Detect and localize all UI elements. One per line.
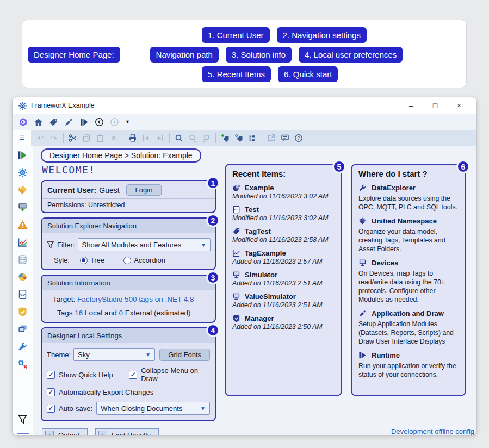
scripts-icon[interactable]: <> — [17, 289, 28, 300]
tree-view-icon[interactable] — [248, 134, 257, 142]
historian-icon[interactable] — [17, 237, 28, 247]
doc-next-icon[interactable] — [142, 134, 151, 142]
menubar: ▼ — [13, 114, 476, 130]
sidebar-resize-handle[interactable] — [17, 433, 29, 434]
quick-start-link[interactable]: DataExplorer — [358, 184, 459, 192]
recent-item[interactable]: TagTest Modified on 11/16/2023 2:58 AM — [232, 227, 335, 244]
paste-icon[interactable] — [96, 134, 104, 142]
solution-info-title: Solution Information — [42, 276, 215, 290]
tag-settings-icon[interactable] — [234, 134, 243, 142]
login-button[interactable]: Login — [126, 184, 162, 196]
search-icon[interactable] — [175, 134, 183, 142]
callout-5: 5 — [332, 160, 346, 173]
autosave-select[interactable]: When Closing Documents ▼ — [96, 402, 210, 415]
tags-prefix: Tags — [57, 309, 73, 317]
recent-item[interactable]: Example Modified on 11/16/2023 3:02 AM — [232, 184, 335, 200]
expand-up-icon: ▲ — [98, 431, 107, 436]
security-icon[interactable] — [17, 307, 28, 317]
solution-explorer-title: Solution Explorer Navigation — [42, 219, 215, 233]
quick-start-section: Application and Draw Setup Application M… — [358, 309, 459, 346]
tab-find-results[interactable]: ▲ Find Results — [95, 428, 159, 436]
maximize-button[interactable]: □ — [423, 101, 447, 110]
cut-icon[interactable] — [69, 134, 77, 142]
section-text: On Devices, map Tags to read/write data … — [358, 270, 459, 304]
section-text: Explore data sources using the OPC, MQTT… — [358, 195, 459, 212]
minimize-button[interactable]: – — [399, 101, 423, 110]
app-gear-icon — [18, 101, 27, 110]
print-icon[interactable] — [128, 134, 137, 142]
quick-start-link[interactable]: Application and Draw — [358, 309, 459, 318]
comment-icon[interactable] — [281, 134, 289, 142]
tab-output[interactable]: ▲ Output — [42, 428, 88, 436]
show-quick-help-checkbox[interactable]: ✓ — [47, 371, 55, 379]
theme-select[interactable]: Sky ▼ — [73, 348, 155, 361]
copy-icon[interactable] — [82, 134, 91, 142]
draw-icon[interactable] — [64, 117, 73, 127]
autosave-row: ✓ Auto-save: When Closing Documents ▼ — [47, 402, 210, 415]
doc-prev-icon[interactable] — [156, 134, 164, 142]
datasets-icon[interactable] — [17, 254, 28, 265]
content-area: <> Designer Home Page > Solution: Exampl… — [13, 146, 476, 436]
recent-item[interactable]: ValueSimulator Added on 11/16/2023 2:51 … — [232, 293, 335, 309]
columns: Welcome! 1 Current User: Guest Login Per… — [41, 163, 470, 436]
filter-select[interactable]: Show All Modules and Features ▼ — [78, 238, 211, 251]
help-icon[interactable]: ? — [294, 134, 303, 142]
recent-item[interactable]: Manager Added on 11/16/2023 2:50 AM — [232, 314, 335, 331]
theme-row: Theme: Sky ▼ Grid Fonts — [47, 348, 210, 361]
devices-icon[interactable] — [17, 202, 28, 213]
auto-export-checkbox[interactable]: ✓ — [47, 388, 55, 396]
add-tag-icon[interactable] — [221, 134, 230, 142]
current-user-value: Guest — [99, 186, 119, 195]
delete-icon[interactable]: × — [109, 134, 118, 142]
solution-info-box: 3 Solution Information Target: FactorySt… — [41, 275, 216, 323]
home-icon[interactable] — [34, 117, 43, 127]
unified-namespace-icon[interactable] — [17, 185, 28, 195]
quick-start-link[interactable]: Runtime — [358, 351, 459, 359]
autosave-checkbox[interactable]: ✓ — [47, 405, 55, 413]
radio-tree[interactable] — [80, 257, 88, 264]
dropdown-caret-icon[interactable]: ▼ — [125, 119, 130, 125]
open-external-icon[interactable] — [267, 134, 276, 142]
search-next-icon[interactable] — [188, 134, 197, 142]
recent-item[interactable]: <>Test Modified on 11/16/2023 3:02 AM — [232, 206, 335, 222]
settings-gear-icon[interactable] — [17, 167, 28, 178]
theme-label: Theme: — [47, 351, 71, 359]
code-document-icon: <> — [232, 206, 240, 214]
tab-find-results-label: Find Results — [112, 431, 151, 437]
close-button[interactable]: × — [447, 101, 471, 110]
runtime-icon[interactable] — [79, 117, 89, 127]
reports-icon[interactable] — [17, 272, 28, 282]
target-value-link[interactable]: FactoryStudio 500 tags on .NET 4.8 — [77, 295, 194, 303]
designer-settings-title: Designer Local Settings — [42, 328, 215, 343]
search-prev-icon[interactable] — [202, 134, 211, 142]
section-title: Unified Namespace — [372, 217, 437, 225]
undo-icon[interactable]: ↶ — [36, 134, 45, 142]
runtime-icon[interactable] — [17, 150, 28, 160]
integrations-icon[interactable] — [17, 359, 28, 369]
collapse-menu-checkbox[interactable]: ✓ — [129, 371, 137, 379]
tag-icon[interactable] — [49, 117, 58, 127]
status-development-config[interactable]: Development offline config — [391, 427, 474, 435]
alarms-icon[interactable] — [17, 220, 28, 230]
recent-item-detail: Added on 11/16/2023 2:51 AM — [232, 301, 335, 309]
quick-start-link[interactable]: Unified Namespace — [358, 217, 459, 225]
redo-icon[interactable]: ↷ — [49, 134, 58, 142]
back-icon[interactable] — [95, 117, 104, 127]
recent-item[interactable]: Simulator Added on 11/16/2023 2:51 AM — [232, 271, 335, 287]
recent-item[interactable]: TagExample Added on 11/16/2023 2:57 AM — [232, 249, 335, 265]
svg-text:?: ? — [297, 135, 300, 141]
filter-icon[interactable] — [17, 414, 28, 425]
forward-icon[interactable] — [110, 117, 119, 127]
runtime-play-icon — [358, 351, 367, 359]
grid-fonts-button[interactable]: Grid Fonts — [159, 349, 210, 361]
menu-toggle[interactable]: ≡ — [13, 130, 31, 146]
radio-accordion[interactable] — [123, 257, 131, 264]
quick-start-link[interactable]: Devices — [358, 259, 459, 267]
tools-icon[interactable] — [17, 341, 28, 352]
callout-3: 3 — [206, 271, 220, 284]
displays-icon[interactable] — [17, 324, 28, 334]
breadcrumb[interactable]: Designer Home Page > Solution: Example — [41, 148, 201, 163]
radio-accordion-label: Accordion — [134, 256, 165, 264]
logo-icon[interactable] — [18, 117, 28, 127]
titlebar: FrameworX Example – □ × — [13, 97, 476, 114]
